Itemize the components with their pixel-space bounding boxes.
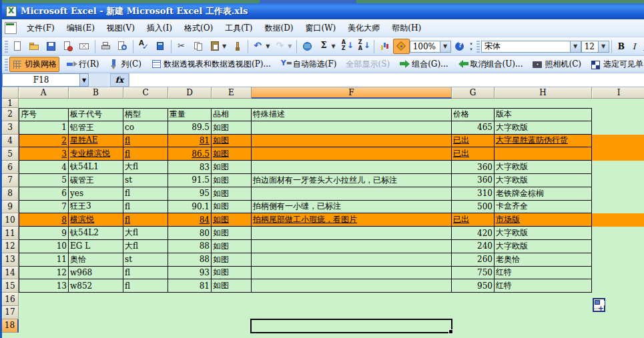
menu-tools[interactable]: 工具(T) [219, 21, 258, 36]
cell-B2[interactable]: 板子代号 [69, 108, 123, 121]
cell-D14[interactable]: 93 [168, 267, 212, 280]
menu-view[interactable]: 视图(V) [101, 21, 141, 36]
cell-F12[interactable] [252, 240, 452, 253]
cell-E12[interactable]: 如图 [212, 240, 252, 253]
cell-F7[interactable]: 拍边面材有一牙签头大小拉丝儿，已标注 [252, 174, 452, 187]
menu-format[interactable]: 格式(O) [178, 21, 219, 36]
name-box[interactable]: F18 [2, 73, 79, 87]
chevron-down-icon[interactable]: ▼ [440, 41, 450, 52]
cell-C2[interactable]: 柄型 [123, 108, 168, 121]
column-header-H[interactable]: H [495, 87, 592, 99]
column-header-D[interactable]: D [168, 87, 212, 99]
font-size-combo[interactable]: 12 ▼ [581, 41, 609, 53]
select-visible-toolbar-button[interactable]: 选定可见单元格( [588, 57, 644, 72]
toolbar-options-button[interactable]: ▾▾ [468, 40, 475, 53]
grid-toggle-toolbar-button[interactable]: 切换网格 [9, 57, 59, 72]
insert-options-smart-tag[interactable] [593, 298, 605, 312]
cell-G11[interactable]: 420 [452, 227, 495, 240]
redo-button[interactable]: ▼ [272, 39, 294, 54]
sort-descending-button[interactable] [355, 39, 372, 54]
cell-E9[interactable]: 如图 [212, 201, 252, 214]
row-header-13[interactable]: 13 [2, 253, 19, 267]
cell-A3[interactable]: 1 [19, 121, 69, 135]
cell-A8[interactable]: 6 [19, 187, 69, 201]
cell-B3[interactable]: 铝管王 [69, 121, 123, 135]
cell-E2[interactable]: 品相 [212, 108, 252, 121]
font-name-combo[interactable]: 宋体 ▼ [481, 41, 581, 53]
cell-G9[interactable]: 500 [452, 201, 495, 214]
cell-B6[interactable]: 钛54L1 [69, 161, 123, 174]
cell-B15[interactable]: w852 [69, 279, 123, 293]
cell-B12[interactable]: EG L [69, 240, 123, 253]
cell-D2[interactable]: 重量 [168, 108, 212, 121]
underline-button[interactable]: U [640, 41, 644, 53]
bold-button[interactable]: B [614, 41, 629, 53]
chart-button[interactable] [376, 39, 393, 54]
cell-H14[interactable]: 红特 [495, 267, 592, 280]
cell-F14[interactable] [252, 267, 452, 280]
empty-row-area-1[interactable] [19, 99, 644, 108]
ungroup-toolbar-button[interactable]: 取消组合(U)... [455, 57, 526, 72]
cell-A10[interactable]: 8 [19, 213, 69, 227]
cell-B10[interactable]: 横滨悦 [69, 213, 123, 227]
insert-function-button[interactable]: fx [110, 73, 129, 87]
row-header-5[interactable]: 5 [2, 147, 19, 161]
group-toolbar-button[interactable]: 组合(G)... [396, 57, 450, 72]
menu-file[interactable]: 文件(F) [21, 21, 61, 36]
menu-window[interactable]: 窗口(W) [300, 21, 342, 36]
toolbar-grip[interactable] [5, 59, 8, 71]
row-header-18[interactable]: 18 [2, 319, 19, 333]
cell-I13[interactable] [592, 253, 644, 267]
fill-handle[interactable] [448, 329, 453, 334]
cell-I5[interactable] [592, 147, 644, 161]
row-header-2[interactable]: 2 [2, 108, 19, 121]
chevron-down-icon[interactable]: ▼ [79, 73, 89, 87]
cell-B5[interactable]: 专业横滨悦 [69, 147, 123, 161]
cell-H5[interactable] [495, 147, 592, 161]
row-header-8[interactable]: 8 [2, 187, 19, 201]
cell-A2[interactable]: 序号 [19, 108, 69, 121]
autosum-button[interactable]: ▼ [316, 39, 338, 54]
cell-B4[interactable]: 星胜AE [69, 135, 123, 148]
autofilter-toolbar-button[interactable]: 自动筛选(F) [278, 57, 340, 72]
cell-C9[interactable]: fl [123, 201, 168, 214]
cell-F10[interactable]: 拍柄尾部做工小瑕疵，看图片 [252, 213, 452, 227]
cell-I4[interactable] [592, 135, 644, 148]
cell-H12[interactable]: 大字欧版 [495, 240, 592, 253]
cell-A9[interactable]: 7 [19, 201, 69, 214]
cell-A7[interactable]: 5 [19, 174, 69, 187]
cell-G2[interactable]: 价格 [452, 108, 495, 121]
cell-A13[interactable]: 11 [19, 253, 69, 267]
save-button[interactable] [43, 39, 59, 54]
row-header-7[interactable]: 7 [2, 174, 19, 187]
title-bar[interactable]: Microsoft Excel - 新建 Microsoft Excel 工作表… [2, 3, 644, 19]
row-header-17[interactable]: 17 [2, 306, 19, 319]
cell-D12[interactable]: 88 [168, 240, 212, 253]
cell-C14[interactable]: fl [123, 267, 168, 280]
cell-D8[interactable]: 95 [168, 187, 212, 201]
cell-F11[interactable] [252, 227, 452, 240]
row-header-4[interactable]: 4 [2, 135, 19, 148]
empty-row-area-17[interactable] [19, 306, 644, 319]
cell-I15[interactable] [592, 279, 644, 293]
print-button[interactable] [97, 39, 114, 54]
cell-F13[interactable] [252, 253, 452, 267]
cell-G3[interactable]: 465 [452, 121, 495, 135]
cell-C5[interactable]: fl [123, 147, 168, 161]
cell-I11[interactable] [592, 227, 644, 240]
format-painter-button[interactable] [229, 39, 246, 54]
toolbar-grip[interactable] [5, 41, 8, 53]
cell-E14[interactable]: 如图 [212, 267, 252, 280]
mail-button[interactable] [76, 39, 93, 54]
cell-G7[interactable]: 360 [452, 174, 495, 187]
cell-H9[interactable]: 卡盒齐全 [495, 201, 592, 214]
cell-H8[interactable]: 老铁牌金棕榈 [495, 187, 592, 201]
cell-B8[interactable]: yes [69, 187, 123, 201]
menu-data[interactable]: 数据(D) [259, 21, 300, 36]
cell-E7[interactable]: 如图 [212, 174, 252, 187]
cell-H4[interactable]: 大字星胜蓝防伪行货 [495, 135, 592, 148]
column-header-F[interactable]: F [252, 87, 452, 99]
column-header-I[interactable]: I [592, 87, 644, 99]
cell-E3[interactable]: 如图 [212, 121, 252, 135]
row-header-1[interactable]: 1 [2, 99, 19, 108]
